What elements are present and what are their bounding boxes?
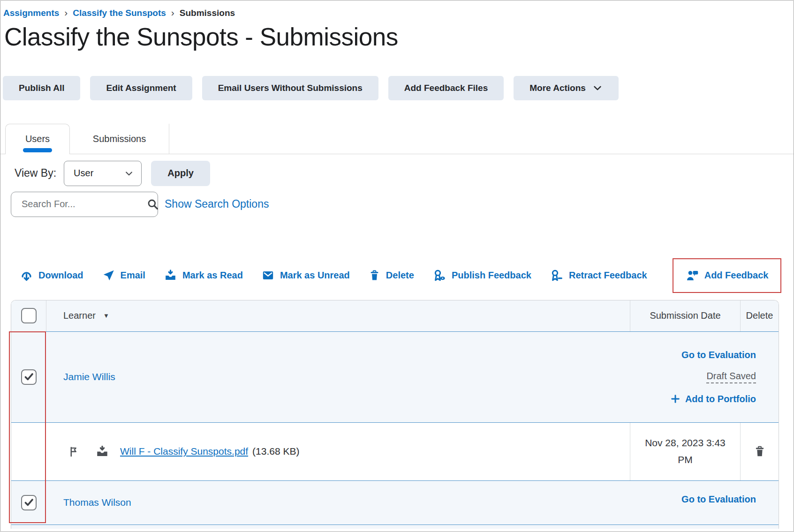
submission-date-line1: Nov 28, 2023 3:43 — [645, 435, 726, 452]
page-title: Classify the Sunspots - Submissions — [4, 23, 794, 52]
partial-next-row — [11, 525, 779, 529]
view-by-select[interactable]: User — [64, 161, 142, 186]
add-feedback-label: Add Feedback — [704, 270, 769, 281]
publish-all-button[interactable]: Publish All — [3, 76, 80, 100]
trash-icon — [754, 445, 766, 457]
submissions-toolbar: Download Email Mark as Read Mark as Unre… — [20, 258, 794, 293]
table-row-jamie-willis: Jamie Willis Go to Evaluation Draft Save… — [11, 332, 779, 423]
go-to-evaluation-link[interactable]: Go to Evaluation — [681, 494, 756, 505]
send-icon — [102, 269, 115, 282]
delete-button[interactable]: Delete — [369, 270, 414, 281]
view-by-selected-value: User — [74, 168, 93, 179]
show-search-options-link[interactable]: Show Search Options — [165, 198, 269, 210]
mark-as-read-label: Mark as Read — [182, 270, 243, 281]
flag-icon[interactable] — [68, 446, 80, 457]
action-buttons-row: Publish All Edit Assignment Email Users … — [3, 76, 794, 100]
mark-as-read-button[interactable]: Mark as Read — [164, 269, 243, 282]
publish-feedback-icon — [433, 269, 446, 282]
table-header-row: Learner ▼ Submission Date Delete — [11, 300, 779, 332]
search-icon[interactable] — [147, 198, 159, 210]
add-feedback-icon — [686, 269, 699, 282]
delete-column-header: Delete — [740, 300, 779, 331]
search-row: Show Search Options — [11, 192, 794, 217]
add-feedback-files-label: Add Feedback Files — [404, 83, 488, 93]
tab-submissions-label: Submissions — [93, 134, 146, 144]
row-checkbox-thomas-wilson[interactable] — [21, 495, 37, 510]
mark-unread-icon — [262, 269, 274, 282]
search-box — [11, 192, 158, 217]
email-users-without-submissions-button[interactable]: Email Users Without Submissions — [202, 76, 378, 100]
mark-read-icon — [164, 269, 177, 282]
submission-file-link[interactable]: Will F - Classify Sunspots.pdf — [120, 446, 248, 457]
breadcrumb: Assignments › Classify the Sunspots › Su… — [0, 0, 794, 18]
draft-saved-badge: Draft Saved — [706, 371, 756, 383]
publish-feedback-label: Publish Feedback — [452, 270, 531, 281]
edit-assignment-label: Edit Assignment — [106, 83, 176, 93]
chevron-down-icon — [592, 83, 603, 93]
sort-descending-icon[interactable]: ▼ — [103, 312, 109, 319]
add-feedback-files-button[interactable]: Add Feedback Files — [388, 76, 504, 100]
plus-icon — [670, 394, 681, 404]
retract-feedback-icon — [550, 269, 563, 282]
mark-as-unread-button[interactable]: Mark as Unread — [262, 269, 350, 282]
more-actions-label: More Actions — [529, 83, 586, 93]
breadcrumb-separator-icon: › — [171, 7, 174, 17]
add-to-portfolio-link[interactable]: Add to Portfolio — [670, 394, 756, 405]
view-by-label: View By: — [15, 167, 56, 180]
submission-file-size: (13.68 KB) — [252, 446, 299, 457]
breadcrumb-assignment-link[interactable]: Classify the Sunspots — [73, 8, 166, 18]
submission-date-cell: Nov 28, 2023 3:43 PM — [630, 423, 740, 480]
breadcrumb-separator-icon: › — [64, 7, 68, 17]
chevron-down-icon — [124, 169, 134, 178]
edit-assignment-button[interactable]: Edit Assignment — [90, 76, 192, 100]
email-label: Email — [121, 270, 145, 281]
table-row-submission-file: Will F - Classify Sunspots.pdf (13.68 KB… — [11, 423, 779, 481]
email-button[interactable]: Email — [102, 269, 145, 282]
submissions-page: { "breadcrumb": { "assignments": "Assign… — [0, 0, 794, 532]
retract-feedback-button[interactable]: Retract Feedback — [550, 269, 647, 282]
read-receipt-icon — [96, 445, 109, 458]
breadcrumb-current: Submissions — [180, 8, 235, 18]
learner-link-thomas-wilson[interactable]: Thomas Wilson — [63, 497, 131, 508]
go-to-evaluation-link[interactable]: Go to Evaluation — [681, 350, 756, 360]
download-label: Download — [38, 270, 83, 281]
select-all-checkbox[interactable] — [21, 308, 37, 323]
tab-users-label: Users — [25, 134, 50, 144]
search-input[interactable] — [21, 198, 147, 210]
view-by-row: View By: User Apply — [15, 161, 794, 186]
more-actions-button[interactable]: More Actions — [514, 76, 619, 100]
delete-submission-button[interactable] — [740, 423, 779, 480]
download-icon — [20, 269, 33, 282]
row-checkbox-jamie-willis[interactable] — [21, 369, 37, 385]
trash-icon — [369, 270, 380, 281]
retract-feedback-label: Retract Feedback — [569, 270, 647, 281]
publish-feedback-button[interactable]: Publish Feedback — [433, 269, 531, 282]
apply-button[interactable]: Apply — [151, 161, 210, 186]
learner-link-jamie-willis[interactable]: Jamie Willis — [63, 371, 115, 382]
learner-column-header[interactable]: Learner — [63, 310, 96, 321]
delete-label: Delete — [386, 270, 414, 281]
download-button[interactable]: Download — [20, 269, 83, 282]
tab-users[interactable]: Users — [5, 124, 70, 154]
mark-as-unread-label: Mark as Unread — [280, 270, 350, 281]
add-feedback-button[interactable]: Add Feedback — [673, 258, 782, 293]
submission-date-column-header: Submission Date — [630, 300, 740, 331]
submission-date-line2: PM — [678, 451, 693, 469]
submissions-table: Learner ▼ Submission Date Delete Jamie W… — [11, 300, 779, 529]
email-users-label: Email Users Without Submissions — [218, 83, 363, 93]
publish-all-label: Publish All — [19, 83, 64, 93]
table-row-thomas-wilson: Thomas Wilson Go to Evaluation — [11, 481, 779, 525]
tab-bar: Users Submissions — [0, 124, 794, 154]
add-to-portfolio-label: Add to Portfolio — [685, 394, 756, 405]
tab-submissions[interactable]: Submissions — [70, 124, 169, 154]
breadcrumb-assignments-link[interactable]: Assignments — [3, 8, 59, 18]
